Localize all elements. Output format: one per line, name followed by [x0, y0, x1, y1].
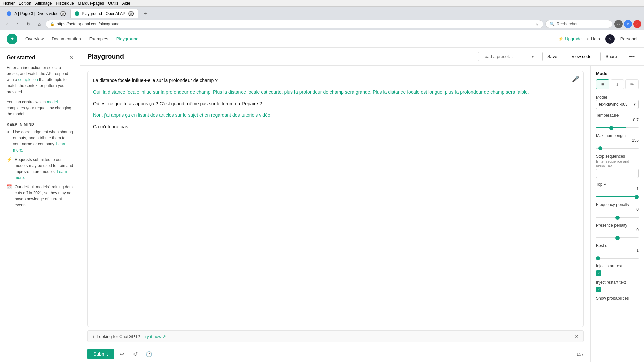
- best-of-label: Best of: [596, 243, 639, 248]
- refresh-button[interactable]: ↻: [24, 20, 33, 28]
- tab-favicon-2: [75, 11, 79, 16]
- help-label: Help: [591, 36, 600, 41]
- info-icon: ℹ: [92, 334, 94, 339]
- save-button[interactable]: Save: [542, 52, 562, 61]
- redo-button[interactable]: ↺: [130, 349, 141, 359]
- menu-affichage[interactable]: Affichage: [35, 1, 52, 6]
- help-button[interactable]: ○ Help: [587, 36, 600, 41]
- best-of-slider[interactable]: [596, 258, 639, 259]
- editor-area[interactable]: 🎤 La distance focale influe-t-elle sur l…: [87, 71, 584, 327]
- inject-restart-text-container: ✓: [596, 287, 639, 292]
- calendar-icon: 📅: [7, 184, 12, 189]
- sidebar-item-text-2: Our default models' training data cuts o…: [15, 184, 73, 208]
- nav-examples[interactable]: Examples: [89, 36, 108, 41]
- load-preset-button[interactable]: Load a preset... ▾: [478, 52, 538, 61]
- frequency-penalty-section: Frequency penalty 0: [596, 202, 639, 212]
- inject-start-text-checkbox[interactable]: ✓: [596, 270, 601, 276]
- sidebar-item-2: 📅 Our default models' training data cuts…: [7, 184, 73, 208]
- sidebar-header: Get started ✕: [7, 54, 73, 61]
- mode-label: Mode: [596, 71, 639, 76]
- temperature-slider[interactable]: [596, 127, 639, 128]
- question-3: Ca m'étonne pas.: [93, 123, 578, 130]
- max-length-label: Maximum length: [596, 133, 639, 138]
- submit-button[interactable]: Submit: [87, 349, 114, 359]
- presence-penalty-slider[interactable]: [596, 237, 639, 238]
- menu-fichier[interactable]: Fichier: [3, 1, 15, 6]
- answer-1: Oui, la distance focale influe sur la pr…: [93, 88, 578, 96]
- max-length-section: Maximum length 256: [596, 133, 639, 143]
- sidebar-item-text-1: Requests submitted to our models may be …: [15, 157, 73, 181]
- sidebar: Get started ✕ Enter an instruction or se…: [0, 48, 80, 362]
- address-bar[interactable]: 🔒 https://beta.openai.com/playground ☆: [46, 20, 543, 28]
- complete-icon: ≡: [601, 82, 604, 87]
- mode-insert-button[interactable]: ↓: [611, 79, 624, 89]
- new-tab-button[interactable]: +: [140, 9, 150, 18]
- stop-sequences-label: Stop sequences: [596, 154, 639, 159]
- ext-icon-notifications[interactable]: 3: [633, 20, 641, 28]
- browser-chrome: IA | Page 3 | Divers vidéo ✕ Playground …: [0, 7, 644, 30]
- max-length-value: 256: [632, 138, 639, 143]
- nav-right: ⚡ Upgrade ○ Help N Personal: [558, 34, 637, 44]
- undo-button[interactable]: ↩: [117, 349, 127, 359]
- frequency-penalty-slider[interactable]: [596, 217, 639, 218]
- top-p-slider-container: [596, 193, 639, 198]
- tab-1[interactable]: IA | Page 3 | Divers vidéo ✕: [3, 9, 70, 18]
- menu-marque-pages[interactable]: Marque-pages: [78, 1, 104, 6]
- home-button[interactable]: ⌂: [35, 20, 44, 28]
- model-text-before: You can control which: [7, 100, 47, 104]
- upgrade-button[interactable]: ⚡ Upgrade: [558, 36, 582, 41]
- presence-penalty-label: Presence penalty: [596, 223, 639, 228]
- sidebar-close-button[interactable]: ✕: [69, 54, 73, 61]
- forward-button[interactable]: ›: [13, 20, 22, 28]
- app-logo: ✦: [7, 34, 17, 44]
- top-p-slider[interactable]: [596, 196, 639, 197]
- tab-2[interactable]: Playground - OpenAI API ✕: [70, 9, 138, 18]
- sidebar-model-text: You can control which model completes yo…: [7, 99, 73, 117]
- nav-playground[interactable]: Playground: [116, 36, 139, 41]
- nav-documentation[interactable]: Documentation: [52, 36, 81, 41]
- search-bar[interactable]: 🔍 Rechercher: [545, 20, 612, 28]
- model-link[interactable]: model: [47, 100, 58, 104]
- top-p-label: Top P: [596, 182, 639, 187]
- tab-close-2[interactable]: ✕: [128, 11, 134, 16]
- ext-icon-blue[interactable]: B: [624, 20, 632, 28]
- url-text: https://beta.openai.com/playground: [57, 22, 119, 26]
- answer-2: Non, j'ai appris ça en lisant des articl…: [93, 111, 578, 119]
- try-now-link[interactable]: Try it now ↗: [143, 334, 166, 339]
- app-container: ✦ Overview Documentation Examples Playgr…: [0, 30, 644, 362]
- microphone-icon[interactable]: 🎤: [572, 75, 579, 83]
- nav-overview[interactable]: Overview: [25, 36, 44, 41]
- view-code-button[interactable]: View code: [567, 52, 597, 61]
- browser-extensions: 🛡 B 3: [614, 20, 641, 28]
- playground-editor: 🎤 La distance focale influe-t-elle sur l…: [80, 66, 590, 362]
- model-select[interactable]: text-davinci-003 ▾: [596, 100, 639, 109]
- right-panel: Mode ≡ ↓ ✏ Model: [590, 66, 644, 362]
- ext-icon-shield[interactable]: 🛡: [614, 20, 623, 28]
- share-button[interactable]: Share: [600, 52, 622, 61]
- stop-sequences-input[interactable]: [596, 169, 639, 178]
- model-label: Model: [596, 95, 639, 100]
- menu-historique[interactable]: Historique: [56, 1, 74, 6]
- stop-sequences-hint: Enter sequence and press Tab: [596, 159, 639, 167]
- menu-aide[interactable]: Aide: [122, 1, 130, 6]
- menu-edition[interactable]: Edition: [19, 1, 31, 6]
- lock-icon: 🔒: [50, 22, 55, 26]
- tab-close-1[interactable]: ✕: [60, 11, 66, 16]
- inject-restart-text-checkbox[interactable]: ✓: [596, 287, 601, 292]
- bookmark-star-icon[interactable]: ☆: [535, 22, 539, 27]
- more-options-button[interactable]: •••: [626, 52, 637, 61]
- history-button[interactable]: 🕐: [144, 349, 154, 359]
- sidebar-item-0: ➤ Use good judgment when sharing outputs…: [7, 129, 73, 153]
- mode-edit-button[interactable]: ✏: [625, 79, 639, 89]
- best-of-slider-container: [596, 255, 639, 260]
- max-length-slider[interactable]: [596, 148, 639, 149]
- max-length-slider-container: [596, 145, 639, 150]
- frequency-penalty-label: Frequency penalty: [596, 202, 639, 207]
- menu-outils[interactable]: Outils: [108, 1, 118, 6]
- history-icon: 🕐: [146, 351, 152, 357]
- back-button[interactable]: ‹: [3, 20, 11, 28]
- avatar[interactable]: N: [605, 34, 615, 44]
- mode-complete-button[interactable]: ≡: [596, 79, 609, 89]
- external-link-icon: ↗: [162, 334, 166, 339]
- notification-close-button[interactable]: ✕: [575, 334, 579, 339]
